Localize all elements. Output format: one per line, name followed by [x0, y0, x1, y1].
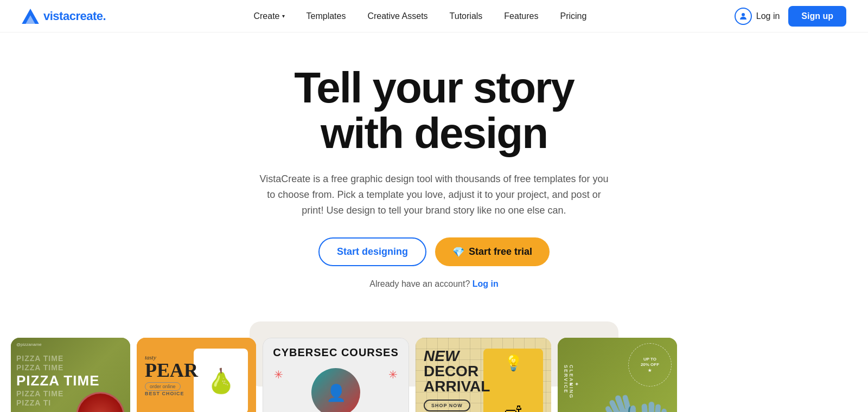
user-icon [735, 8, 752, 25]
decor-shop-badge: SHOP NOW [424, 400, 470, 411]
card-cleaning[interactable]: UP TO20% OFF★ CLEANING SERVICE ✦ ✦ 🧤 [558, 338, 677, 412]
account-prompt: Already have an account? Log in [11, 279, 857, 289]
cleaning-star-deco: ✦ ✦ [569, 381, 579, 387]
cleaning-circle-badge: UP TO20% OFF★ [628, 343, 672, 387]
card-decor[interactable]: 💡 🛋 NEW DECOR ARRIVAL SHOP NOW [416, 338, 551, 412]
start-trial-button[interactable]: 💎 Start free trial [435, 237, 550, 266]
cleaning-service-label: CLEANING SERVICE [563, 365, 574, 412]
nav-create[interactable]: Create ▾ [253, 11, 284, 21]
decor-sofa-icon: 🛋 [505, 403, 521, 412]
cleaning-hand-icon: 🧤 [599, 382, 677, 412]
pear-emoji: 🍐 [206, 367, 236, 395]
hero-title: Tell your story with design [11, 65, 857, 156]
card-pear[interactable]: 🍐 tasty PEAR order online BEST CHOICE [137, 338, 256, 412]
cybersec-title: CYBERSEC COURSES [271, 346, 400, 359]
hero-subtitle: VistaCreate is a free graphic design too… [255, 171, 613, 218]
nav-features[interactable]: Features [504, 11, 538, 21]
cybersec-star-left: ✳ [274, 368, 283, 381]
create-caret-icon: ▾ [282, 13, 285, 19]
preview-section: @pizzaname PIZZA TIME PIZZA TIME PIZZA T… [0, 321, 868, 412]
header-actions: Log in Sign up [735, 6, 846, 27]
nav-templates[interactable]: Templates [307, 11, 346, 21]
nav-tutorials[interactable]: Tutorials [450, 11, 483, 21]
hero-login-link[interactable]: Log in [473, 279, 499, 288]
signup-button[interactable]: Sign up [788, 6, 846, 27]
decor-lamp-icon: 💡 [504, 354, 523, 372]
diamond-icon: 💎 [452, 246, 464, 258]
main-nav: Create ▾ Templates Creative Assets Tutor… [106, 11, 735, 21]
hero-buttons: Start designing 💎 Start free trial [11, 237, 857, 266]
nav-creative-assets[interactable]: Creative Assets [367, 11, 427, 21]
logo-icon [22, 9, 39, 24]
logo-text: vistacreate. [43, 9, 106, 23]
pizza-username: @pizzaname [16, 342, 42, 347]
header: vistacreate. Create ▾ Templates Creative… [0, 0, 868, 33]
pear-image-box: 🍐 [194, 349, 248, 412]
nav-pricing[interactable]: Pricing [560, 11, 586, 21]
logo[interactable]: vistacreate. [22, 9, 106, 24]
decor-yellow-box: 💡 🛋 [483, 349, 543, 412]
hero-section: Tell your story with design VistaCreate … [0, 33, 868, 311]
start-designing-button[interactable]: Start designing [318, 237, 426, 266]
svg-point-2 [742, 13, 745, 16]
login-button[interactable]: Log in [735, 8, 780, 25]
cybersec-star-right: ✳ [388, 368, 398, 381]
decor-text: NEW DECOR ARRIVAL SHOP NOW [424, 349, 490, 411]
card-cybersec[interactable]: CYBERSEC COURSES 👤 ✳ ✳ Learn how to iden… [263, 338, 409, 412]
pear-text: tasty PEAR order online BEST CHOICE [145, 354, 198, 396]
cybersec-person-circle: 👤 [311, 368, 360, 412]
card-pizza[interactable]: @pizzaname PIZZA TIME PIZZA TIME PIZZA T… [11, 338, 130, 412]
